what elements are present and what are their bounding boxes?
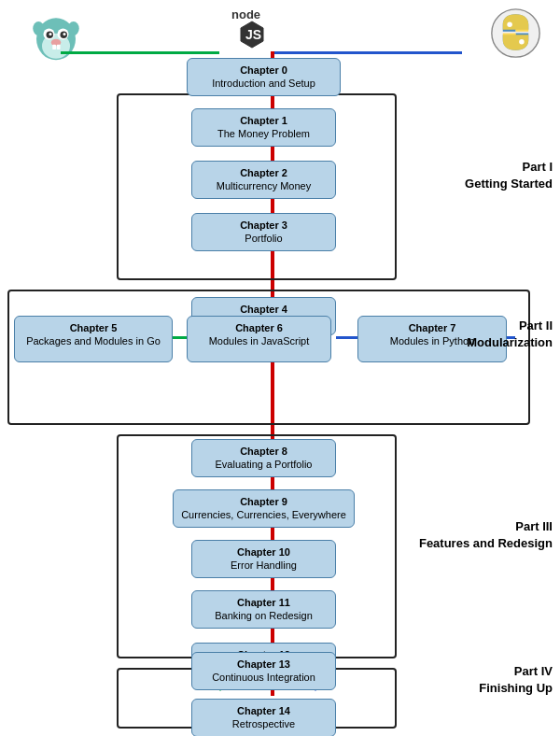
ch5-title: Packages and Modules in Go	[22, 334, 164, 347]
ch11-number: Chapter 11	[200, 596, 328, 609]
part1-label: Part I Getting Started	[465, 159, 553, 192]
ch10-title: Error Handling	[200, 559, 328, 572]
ch8-title: Evaluating a Portfolio	[200, 458, 328, 471]
chapter-0-box: Chapter 0 Introduction and Setup	[187, 58, 341, 96]
chapter-14-box: Chapter 14 Retrospective	[191, 699, 336, 736]
svg-point-18	[519, 39, 525, 45]
chapter-10-box: Chapter 10 Error Handling	[191, 540, 336, 578]
ch1-title: The Money Problem	[200, 127, 328, 140]
svg-point-9	[33, 21, 44, 35]
chapter-2-box: Chapter 2 Multicurrency Money	[191, 161, 336, 199]
ch0-title: Introduction and Setup	[195, 77, 332, 90]
python-icon	[490, 7, 541, 59]
svg-point-17	[507, 22, 512, 28]
ch14-title: Retrospective	[200, 717, 328, 730]
gopher-connector	[61, 51, 219, 54]
chapter-9-box: Chapter 9 Currencies, Currencies, Everyw…	[173, 489, 355, 528]
ch10-number: Chapter 10	[200, 545, 328, 559]
part4-label: Part IV Finishing Up	[479, 663, 553, 697]
part2-label: Part II Modularization	[467, 318, 553, 351]
chapter-1-box: Chapter 1 The Money Problem	[191, 108, 336, 147]
part3-label: Part III Features and Redesign	[419, 518, 553, 552]
svg-rect-11	[52, 45, 56, 50]
svg-point-6	[49, 33, 52, 35]
ch2-number: Chapter 2	[200, 166, 328, 179]
ch6-title: Modules in JavaScript	[195, 334, 323, 347]
nodejs-icon: node JS	[215, 5, 289, 56]
ch13-number: Chapter 13	[200, 658, 328, 671]
chapter-6-box: Chapter 6 Modules in JavaScript	[187, 316, 331, 362]
chapter-13-box: Chapter 13 Continuous Integration	[191, 652, 336, 690]
svg-rect-12	[57, 45, 61, 50]
chapter-3-box: Chapter 3 Portfolio	[191, 213, 336, 251]
svg-text:JS: JS	[245, 27, 261, 42]
ch9-title: Currencies, Currencies, Everywhere	[181, 508, 346, 521]
svg-text:node: node	[231, 7, 260, 21]
chapter-8-box: Chapter 8 Evaluating a Portfolio	[191, 439, 336, 477]
ch13-title: Continuous Integration	[200, 671, 328, 684]
ch8-number: Chapter 8	[200, 445, 328, 458]
ch6-number: Chapter 6	[195, 321, 323, 334]
ch3-number: Chapter 3	[200, 219, 328, 232]
svg-point-7	[63, 33, 66, 35]
ch3-title: Portfolio	[200, 232, 328, 245]
chapter-11-box: Chapter 11 Banking on Redesign	[191, 590, 336, 629]
gopher-icon	[28, 7, 84, 64]
ch14-number: Chapter 14	[200, 704, 328, 717]
chapter-5-box: Chapter 5 Packages and Modules in Go	[14, 316, 173, 362]
ch11-title: Banking on Redesign	[200, 609, 328, 622]
ch1-number: Chapter 1	[200, 114, 328, 127]
ch4-number: Chapter 4	[200, 303, 328, 316]
ch2-title: Multicurrency Money	[200, 179, 328, 192]
ch0-number: Chapter 0	[195, 64, 332, 77]
ch5-number: Chapter 5	[22, 321, 164, 334]
python-connector	[271, 51, 462, 54]
ch9-number: Chapter 9	[181, 495, 346, 508]
svg-point-10	[68, 21, 79, 35]
